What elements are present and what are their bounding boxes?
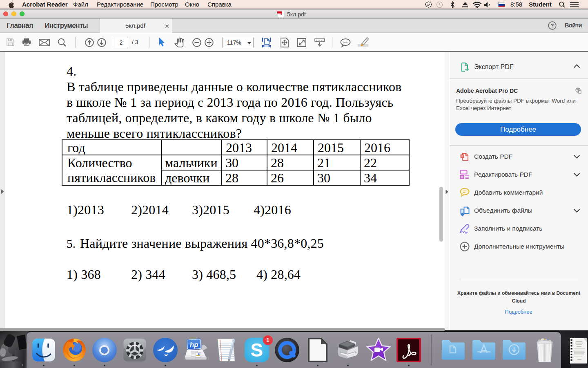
svg-text:?: ? — [551, 22, 554, 29]
svg-text:hp: hp — [189, 341, 198, 349]
